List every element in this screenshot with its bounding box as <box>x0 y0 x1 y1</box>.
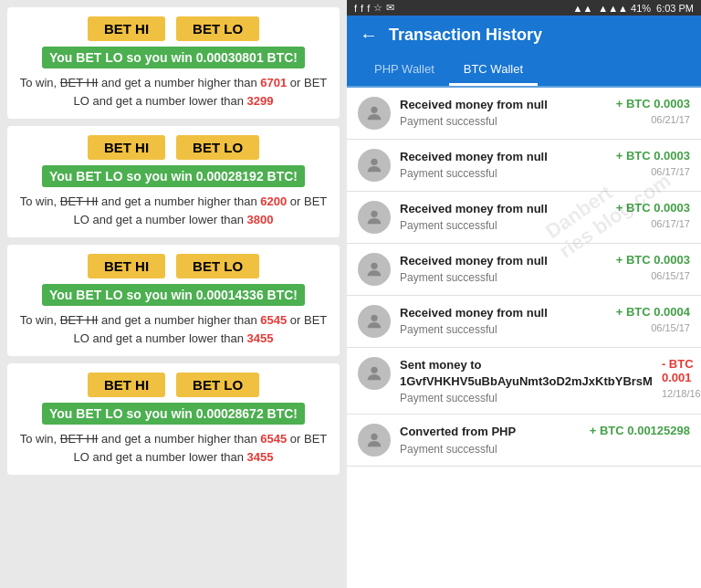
bet-desc-1: To win, BET HI and get a number higher t… <box>16 193 330 228</box>
tx-date-2: 06/17/17 <box>651 218 690 229</box>
transaction-item-2[interactable]: Received money from null Payment success… <box>347 192 701 244</box>
tx-status-0: Payment successful <box>400 115 607 128</box>
number-lo-0: 3299 <box>247 94 274 108</box>
tx-status-4: Payment successful <box>400 323 607 336</box>
header: ← Transaction History <box>347 16 701 55</box>
bet-desc-3: To win, BET HI and get a number higher t… <box>16 430 330 466</box>
tx-right-4: + BTC 0.0004 06/15/17 <box>616 305 690 333</box>
bet-hi-button-3[interactable]: BET HI <box>88 373 165 397</box>
back-button[interactable]: ← <box>360 25 378 46</box>
number-hi-1: 6200 <box>260 194 287 208</box>
tab-btc-wallet[interactable]: BTC Wallet <box>449 55 538 86</box>
transaction-item-5[interactable]: Sent money to 1GvfVHKHV5uBbAyuNmt3oD2mJx… <box>347 348 701 415</box>
svg-point-1 <box>371 159 377 165</box>
bet-hi-button-2[interactable]: BET HI <box>88 254 165 278</box>
fb-icon3: f <box>367 3 370 14</box>
tx-right-2: + BTC 0.0003 06/17/17 <box>616 201 690 229</box>
transaction-list: Received money from null Payment success… <box>347 88 701 467</box>
bet-card-1: BET HI BET LO You BET LO so you win 0.00… <box>7 126 340 237</box>
tx-status-5: Payment successful <box>400 392 653 404</box>
number-hi-0: 6701 <box>260 76 287 89</box>
fb-icon: f <box>354 3 357 14</box>
tx-right-5: - BTC 0.001 12/18/16 <box>662 357 701 399</box>
bet-hi-strike-3: BET HI <box>60 432 99 446</box>
win-banner-3: You BET LO so you win 0.00028672 BTC! <box>42 403 305 425</box>
bet-hi-button-0[interactable]: BET HI <box>88 16 165 41</box>
star-icon: ☆ <box>373 2 382 14</box>
tx-amount-4: + BTC 0.0004 <box>616 305 690 319</box>
tx-status-1: Payment successful <box>400 167 607 180</box>
tx-title-4: Received money from null <box>400 305 607 321</box>
bet-hi-button-1[interactable]: BET HI <box>88 135 165 160</box>
battery-label: ▲▲▲ 41% <box>598 3 651 14</box>
tx-status-2: Payment successful <box>400 219 607 232</box>
tx-amount-6: + BTC 0.00125298 <box>590 424 690 437</box>
tx-amount-3: + BTC 0.0003 <box>616 253 690 267</box>
transaction-item-3[interactable]: Received money from null Payment success… <box>347 244 701 296</box>
tx-details-2: Received money from null Payment success… <box>400 201 607 232</box>
mail-icon: ✉ <box>386 2 394 14</box>
bet-hi-strike-1: BET HI <box>60 194 99 208</box>
transaction-item-1[interactable]: Received money from null Payment success… <box>347 140 701 192</box>
tx-amount-1: + BTC 0.0003 <box>616 149 690 163</box>
tx-details-1: Received money from null Payment success… <box>400 149 607 180</box>
bet-buttons-3: BET HI BET LO <box>16 373 330 397</box>
number-lo-3: 3455 <box>247 450 274 464</box>
svg-point-2 <box>371 211 377 217</box>
bet-buttons-0: BET HI BET LO <box>16 16 330 41</box>
win-banner-1: You BET LO so you win 0.00028192 BTC! <box>42 165 305 187</box>
bet-desc-0: To win, BET HI and get a number higher t… <box>16 74 330 110</box>
tx-right-6: + BTC 0.00125298 <box>590 424 690 441</box>
status-bar: f f f ☆ ✉ ▲▲ ▲▲▲ 41% 6:03 PM <box>347 0 701 16</box>
number-lo-2: 3455 <box>247 331 274 345</box>
bet-lo-button-1[interactable]: BET LO <box>176 135 259 160</box>
svg-point-4 <box>371 315 377 321</box>
tx-amount-5: - BTC 0.001 <box>662 357 701 384</box>
avatar-2 <box>358 201 391 234</box>
bet-lo-button-3[interactable]: BET LO <box>176 373 259 397</box>
tx-title-6: Converted from PHP <box>400 424 581 440</box>
avatar-6 <box>358 424 391 457</box>
svg-point-0 <box>371 107 377 113</box>
transaction-item-4[interactable]: Received money from null Payment success… <box>347 296 701 348</box>
bet-hi-strike-0: BET HI <box>60 76 99 89</box>
header-title: Transaction History <box>389 26 542 45</box>
tx-right-0: + BTC 0.0003 06/21/17 <box>616 97 690 125</box>
tx-amount-0: + BTC 0.0003 <box>616 97 690 110</box>
svg-point-6 <box>371 434 377 440</box>
number-hi-3: 6545 <box>260 432 287 446</box>
bet-buttons-2: BET HI BET LO <box>16 254 330 278</box>
svg-point-5 <box>371 367 377 373</box>
tx-title-5: Sent money to 1GvfVHKHV5uBbAyuNmt3oD2mJx… <box>400 357 653 390</box>
bet-buttons-1: BET HI BET LO <box>16 135 330 160</box>
tx-date-4: 06/15/17 <box>651 322 690 333</box>
tab-php-wallet[interactable]: PHP Wallet <box>360 55 449 86</box>
wallet-tabs: PHP Wallet BTC Wallet <box>347 55 701 88</box>
right-panel: f f f ☆ ✉ ▲▲ ▲▲▲ 41% 6:03 PM ← Transacti… <box>347 0 701 467</box>
tx-date-1: 06/17/17 <box>651 166 690 177</box>
svg-point-3 <box>371 263 377 269</box>
tx-right-1: + BTC 0.0003 06/17/17 <box>616 149 690 177</box>
transaction-item-6[interactable]: Converted from PHP Payment successful + … <box>347 415 701 467</box>
win-banner-0: You BET LO so you win 0.00030801 BTC! <box>42 47 305 68</box>
status-right: ▲▲ ▲▲▲ 41% 6:03 PM <box>573 3 694 14</box>
tx-right-3: + BTC 0.0003 06/15/17 <box>616 253 690 281</box>
avatar-1 <box>358 149 391 182</box>
bet-lo-button-2[interactable]: BET LO <box>176 254 259 278</box>
tx-details-6: Converted from PHP Payment successful <box>400 424 581 455</box>
tx-title-1: Received money from null <box>400 149 607 165</box>
wifi-icon: ▲▲ <box>573 3 593 14</box>
tx-details-0: Received money from null Payment success… <box>400 97 607 128</box>
tx-details-5: Sent money to 1GvfVHKHV5uBbAyuNmt3oD2mJx… <box>400 357 653 404</box>
transaction-item-0[interactable]: Received money from null Payment success… <box>347 88 701 140</box>
tx-amount-2: + BTC 0.0003 <box>616 201 690 215</box>
bet-hi-strike-2: BET HI <box>60 313 99 327</box>
tx-title-3: Received money from null <box>400 253 607 269</box>
tx-date-0: 06/21/17 <box>651 114 690 125</box>
avatar-3 <box>358 253 391 286</box>
tx-status-3: Payment successful <box>400 271 607 284</box>
tx-date-5: 12/18/16 <box>662 388 701 399</box>
avatar-0 <box>358 97 391 130</box>
left-panel: BET HI BET LO You BET LO so you win 0.00… <box>0 0 347 588</box>
bet-lo-button-0[interactable]: BET LO <box>176 16 259 41</box>
